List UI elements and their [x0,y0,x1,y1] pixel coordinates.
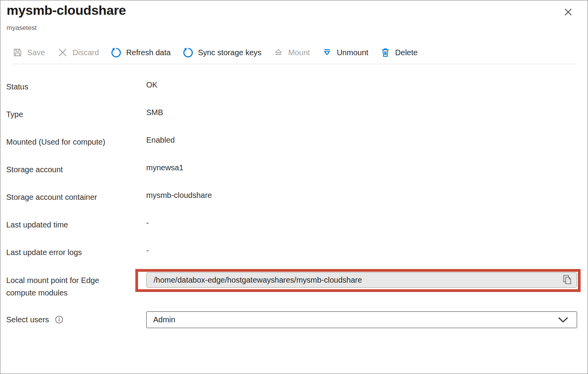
sync-storage-keys-button[interactable]: Sync storage keys [182,47,261,58]
share-details-blade: mysmb-cloudshare myasetest Save [0,0,588,374]
sync-storage-keys-label: Sync storage keys [198,48,261,57]
mount-label: Mount [288,48,310,57]
mount-point-value: /home/databox-edge/hostgatewayshares/mys… [154,276,362,285]
field-row-status: Status OK [6,82,577,109]
info-icon[interactable] [54,315,64,324]
sync-icon [182,47,194,58]
properties-list: Status OK Type SMB Mounted (Used for com… [6,82,577,275]
field-label: Type [6,109,146,120]
page-subtitle: myasetest [7,24,37,32]
field-label: Storage account container [6,192,146,203]
delete-icon [380,47,391,58]
refresh-icon [110,47,122,58]
chevron-down-icon [557,316,569,323]
discard-icon [57,47,68,58]
select-users-label-text: Select users [6,315,49,324]
refresh-data-label: Refresh data [126,48,171,57]
field-value: mysmb-cloudshare [146,190,212,201]
close-icon [562,6,574,18]
delete-button[interactable]: Delete [380,47,418,58]
refresh-data-button[interactable]: Refresh data [110,47,171,58]
unmount-button[interactable]: Unmount [322,47,368,58]
save-icon [12,47,23,58]
copy-icon [562,274,573,286]
field-value: mynewsa1 [146,163,184,173]
mount-point-label: Local mount point for Edge compute modul… [6,274,123,299]
field-value: OK [146,80,158,90]
page-title: mysmb-cloudshare [7,3,126,18]
discard-label: Discard [73,48,99,57]
close-button[interactable] [562,5,575,19]
command-bar: Save Discard Refresh data [12,44,418,61]
delete-label: Delete [395,48,418,57]
field-value: SMB [146,107,163,118]
toolbar-divider [12,64,577,64]
copy-button[interactable] [561,274,574,286]
field-value: Enabled [146,135,175,145]
field-label: Status [6,82,146,92]
field-label: Last update error logs [6,247,146,258]
discard-button: Discard [57,47,99,58]
field-row-type: Type SMB [6,109,577,137]
field-row-mounted: Mounted (Used for compute) Enabled [6,137,577,164]
field-value: - [146,218,149,228]
mount-icon [273,47,284,58]
select-users-value: Admin [153,315,175,324]
mount-point-field[interactable]: /home/databox-edge/hostgatewayshares/mys… [146,272,577,288]
field-row-error-logs: Last update error logs - [6,247,577,275]
field-label: Storage account [6,164,146,175]
mount-button: Mount [273,47,310,58]
unmount-icon [322,47,332,58]
unmount-label: Unmount [337,48,368,57]
save-button: Save [12,47,45,58]
field-label: Last updated time [6,220,146,230]
field-label: Mounted (Used for compute) [6,137,146,147]
field-row-last-updated: Last updated time - [6,220,577,247]
field-value: - [146,245,149,256]
field-row-storage-container: Storage account container mysmb-cloudsha… [6,192,577,220]
select-users-dropdown[interactable]: Admin [146,311,577,328]
field-row-storage-account: Storage account mynewsa1 [6,164,577,192]
select-users-label: Select users [6,315,64,324]
save-label: Save [27,48,45,57]
